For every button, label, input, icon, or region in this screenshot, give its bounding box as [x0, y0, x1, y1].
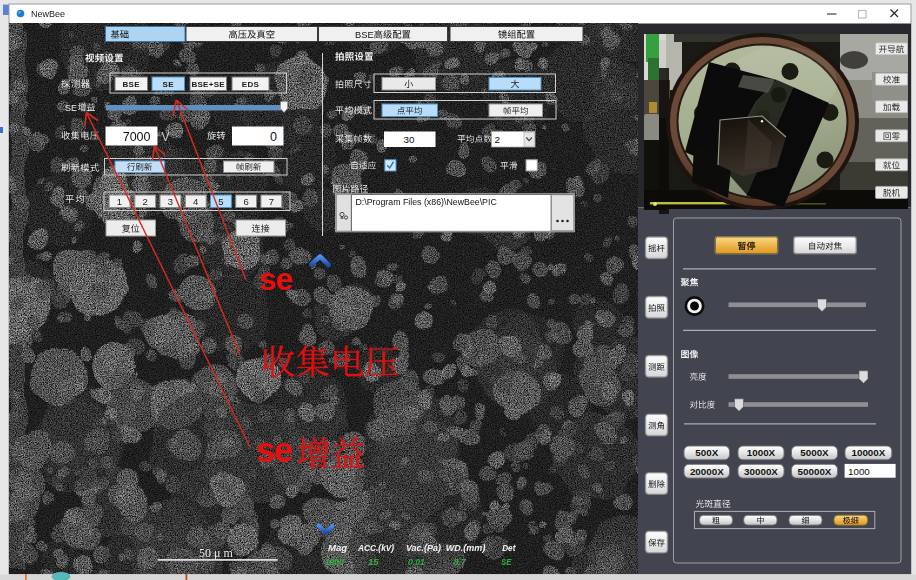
svg-text:NewBee: NewBee — [31, 9, 65, 19]
svg-text:se: se — [259, 261, 293, 297]
svg-text:1000X: 1000X — [747, 447, 776, 458]
svg-text:2: 2 — [495, 134, 500, 145]
svg-text:0: 0 — [270, 130, 277, 144]
svg-text:30: 30 — [404, 134, 415, 145]
svg-text:8.7: 8.7 — [454, 556, 467, 567]
svg-text:20000X: 20000X — [690, 466, 724, 477]
svg-text:EDS: EDS — [242, 80, 260, 89]
svg-text:1: 1 — [117, 196, 122, 207]
svg-text:4: 4 — [193, 196, 198, 207]
svg-text:15: 15 — [368, 556, 379, 567]
svg-text:SE: SE — [163, 80, 175, 89]
svg-text:5: 5 — [218, 196, 223, 207]
svg-text:1000: 1000 — [325, 556, 344, 567]
svg-text:7000: 7000 — [123, 130, 151, 144]
svg-text:ACC.(kV): ACC.(kV) — [357, 542, 394, 553]
svg-text:10000X: 10000X — [852, 447, 886, 458]
svg-text:3: 3 — [168, 196, 173, 207]
svg-text:BSE+SE: BSE+SE — [191, 80, 225, 89]
svg-text:WD.(mm): WD.(mm) — [446, 542, 486, 553]
svg-text:SE: SE — [501, 556, 512, 567]
svg-text:2: 2 — [143, 196, 148, 207]
svg-text:30000X: 30000X — [744, 466, 778, 477]
svg-text:SE: SE — [65, 103, 77, 113]
svg-text:BSE: BSE — [355, 30, 374, 40]
svg-text:BSE: BSE — [123, 80, 141, 89]
svg-text:500X: 500X — [695, 447, 718, 458]
svg-text:5000X: 5000X — [800, 447, 829, 458]
svg-text:50000X: 50000X — [798, 466, 832, 477]
svg-text:V: V — [162, 130, 170, 144]
svg-text:50 μ m: 50 μ m — [199, 546, 233, 560]
svg-text:se: se — [256, 430, 293, 469]
svg-text:D:\Program Files (x86)\NewBee\: D:\Program Files (x86)\NewBee\PIC — [356, 197, 498, 207]
svg-text:6: 6 — [243, 196, 248, 207]
svg-text:1000: 1000 — [848, 466, 870, 477]
svg-text:Det: Det — [502, 542, 516, 553]
svg-text:7: 7 — [269, 196, 274, 207]
svg-text:Vac.(Pa): Vac.(Pa) — [406, 542, 441, 553]
svg-text:Mag: Mag — [328, 542, 347, 553]
svg-text:0.01: 0.01 — [408, 556, 425, 567]
